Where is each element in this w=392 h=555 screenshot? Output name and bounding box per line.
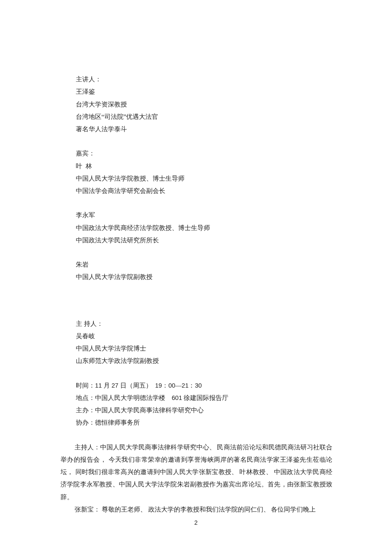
info-coorganizer: 协办：德恒律师事务所: [76, 417, 332, 429]
time-c2: ：: [188, 382, 195, 389]
speaker-title-3: 著名华人法学泰斗: [76, 123, 332, 135]
body-text: 主持人：中国人民大学民商事法律科学研究中心、 民商法前沿论坛和民德民商法研习社联…: [61, 441, 332, 516]
info-time: 时间：11 月 27 日（周五） 19：00—21：30: [76, 380, 332, 392]
guest-3-name: 朱岩: [76, 259, 332, 271]
org-sep: 办：: [82, 407, 95, 414]
speaker-title-1: 台湾大学资深教授: [76, 98, 332, 111]
guest-2-block: 李永军 中国政法大学民商经济法学院教授、博士生导师 中国政法大学民法研究所所长: [76, 209, 332, 247]
time-t2: 00: [168, 382, 175, 389]
place-num: 601: [172, 394, 182, 401]
time-mid2: 日（周五）: [118, 382, 155, 389]
speaker-title-2: 台湾地区“司法院”优遇大法官: [76, 111, 332, 123]
guest-2-title-2: 中国政法大学民法研究所所长: [76, 234, 332, 247]
host-block: 主 持人： 吴春岐 中国人民大学法学院博士 山东师范大学政法学院副教授: [76, 318, 332, 368]
time-day: 27: [112, 382, 118, 389]
speaker-name: 王泽鉴: [76, 86, 332, 98]
info-organizer: 主办：中国人民大学民商事法律科学研究中心: [76, 404, 332, 417]
time-month: 11: [95, 382, 102, 389]
speaker-block: 主讲人： 王泽鉴 台湾大学资深教授 台湾地区“司法院”优遇大法官 著名华人法学泰…: [76, 73, 332, 135]
info-block: 时间：11 月 27 日（周五） 19：00—21：30 地点：中国人民大学明德…: [76, 380, 332, 429]
guest-1-title-2: 中国法学会商法学研究会副会长: [76, 185, 332, 197]
place-v1: 中国人民大学明德法学楼: [95, 394, 172, 401]
guests-block: 嘉宾： 叶 林 中国人民大学法学院教授、博士生导师 中国法学会商法学研究会副会长: [76, 147, 332, 197]
host-title-2: 山东师范大学政法学院副教授: [76, 355, 332, 367]
host-name: 吴春岐: [76, 330, 332, 342]
info-place: 地点：中国人民大学明德法学楼 601 徐建国际报告厅: [76, 392, 332, 404]
guests-heading: 嘉宾：: [76, 147, 332, 160]
guest-2-name: 李永军: [76, 209, 332, 221]
host-heading: 主 持人：: [76, 318, 332, 330]
time-c1: ：: [162, 382, 168, 389]
time-dash: —: [175, 382, 182, 389]
body-p2: 张新宝： 尊敬的王老师、 政法大学的李教授和我们法学院的同仁们、 各位同学们晚上: [61, 503, 332, 516]
host-title-1: 中国人民大学法学院博士: [76, 342, 332, 355]
place-v2: 徐建国际报告厅: [182, 394, 228, 401]
time-t3: 21: [182, 382, 188, 389]
time-t1: 19: [155, 382, 162, 389]
page-number: 2: [0, 517, 392, 529]
co-value: 德恒律师事务所: [95, 419, 140, 426]
time-sep: 间：: [82, 382, 95, 389]
time-t4: 30: [195, 382, 202, 389]
place-sep: 点：: [82, 394, 95, 401]
guest-2-title-1: 中国政法大学民商经济法学院教授、博士生导师: [76, 222, 332, 234]
guest-3-title-1: 中国人民大学法学院副教授: [76, 271, 332, 283]
co-sep: 办：: [82, 419, 95, 426]
guest-1-title-1: 中国人民大学法学院教授、博士生导师: [76, 173, 332, 185]
guest-1-name: 叶 林: [76, 160, 332, 173]
org-value: 中国人民大学民商事法律科学研究中心: [95, 407, 204, 414]
body-p1: 主持人：中国人民大学民商事法律科学研究中心、 民商法前沿论坛和民德民商法研习社联…: [61, 441, 332, 503]
time-mid1: 月: [102, 382, 112, 389]
speaker-heading: 主讲人：: [76, 73, 332, 86]
guest-3-block: 朱岩 中国人民大学法学院副教授: [76, 259, 332, 284]
